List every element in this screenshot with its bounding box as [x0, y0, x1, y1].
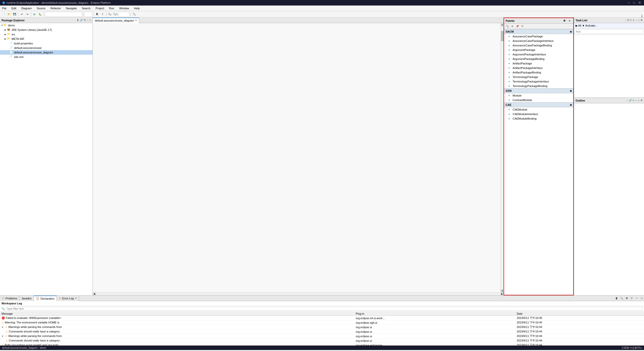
close-button[interactable]: ✕: [637, 1, 642, 5]
expand-icon-3[interactable]: ▼: [2, 326, 4, 328]
debug-button[interactable]: 🐛: [38, 12, 43, 17]
menu-search[interactable]: Search: [81, 6, 92, 10]
editor-tab-close[interactable]: ✕: [135, 19, 137, 22]
palette-item-argumentpackagebinding[interactable]: ✦ ArgumentPackageBinding: [504, 57, 573, 61]
collapse-all-button[interactable]: ⬇: [77, 19, 79, 22]
palette-item-artifactpackageinterface[interactable]: ✦ ArtifactPackageInterface: [504, 66, 573, 70]
table-row[interactable]: ⚠ Commands should really have a category…: [0, 329, 644, 334]
editor-tab-diagram[interactable]: default.assurancecase_diagram ✕: [93, 18, 139, 23]
tree-item-build-properties[interactable]: 📄 build.properties: [0, 41, 93, 46]
menu-refactor[interactable]: Refactor: [49, 6, 62, 10]
tasklist-activate-label[interactable]: ▶ All ▼ Activate...: [576, 24, 597, 27]
scroll-thumb[interactable]: [501, 31, 504, 41]
outline-close-button[interactable]: ✕: [640, 99, 642, 102]
table-row[interactable]: ▼ ⚠ Warnings while parsing the commands …: [0, 334, 644, 338]
tasklist-filter-button[interactable]: ▽: [627, 19, 629, 22]
menu-window[interactable]: Window: [118, 6, 130, 10]
table-row[interactable]: ⚠ Commands should really have a category…: [0, 338, 644, 343]
tasklist-maximize-button[interactable]: □: [638, 19, 639, 22]
scroll-left-button[interactable]: ◀: [93, 293, 96, 296]
run-button[interactable]: ▶: [32, 12, 37, 17]
palette-item-terminologypackagebinding[interactable]: ✦ TerminologyPackageBinding: [504, 84, 573, 88]
palette-settings-button[interactable]: ⚙: [562, 19, 567, 23]
zoom-level-input[interactable]: 100%: [118, 12, 129, 17]
tab-javadoc[interactable]: Javadoc: [19, 296, 34, 301]
tasklist-menu-button[interactable]: ≡: [630, 19, 632, 22]
search-button[interactable]: 🔍: [132, 12, 137, 17]
tree-item-meta-inf[interactable]: ▶ 📁 META-INF: [0, 37, 93, 41]
filter-input[interactable]: [6, 307, 642, 311]
editor-horizontal-scroll[interactable]: ◀ ▶: [93, 292, 504, 295]
bottom-clear-button[interactable]: 🗑: [614, 296, 619, 301]
table-row[interactable]: ⚠ Both 'org.eclipse.acme.model' and 'org…: [0, 343, 644, 346]
palette-section-gsn[interactable]: GSN ⊕: [504, 88, 573, 93]
palette-collapse-button[interactable]: »: [567, 19, 572, 23]
tasklist-new-button[interactable]: +: [633, 19, 634, 22]
palette-item-assurancecasepackagebinding[interactable]: ✦ AssuranceCasePackageBinding: [504, 43, 573, 48]
outline-maximize-button[interactable]: □: [638, 99, 639, 102]
zoom-in-button[interactable]: 🔍+: [113, 12, 118, 17]
scroll-up-button[interactable]: ▲: [501, 23, 504, 26]
outline-link-button[interactable]: 🔗: [629, 99, 632, 102]
palette-section-cae[interactable]: CAE ⊕: [504, 102, 573, 107]
minimize-button[interactable]: ─: [626, 1, 631, 5]
editor-canvas[interactable]: [93, 23, 501, 292]
palette-item-contractmodule[interactable]: ✦ ContractModule: [504, 98, 573, 102]
link-editor-button[interactable]: 🔗: [80, 19, 83, 22]
tab-error-log[interactable]: ⚠ Error Log ✕: [57, 296, 79, 301]
minimize-panel-button[interactable]: ─: [87, 19, 89, 22]
open-button[interactable]: 📂: [7, 12, 12, 17]
menu-navigate[interactable]: Navigate: [65, 6, 78, 10]
tab-problems[interactable]: ⚠ Problems: [0, 296, 19, 301]
redo-button[interactable]: ↪: [25, 12, 30, 17]
maximize-button[interactable]: □: [632, 1, 636, 5]
view-menu-button[interactable]: ▽: [84, 19, 86, 22]
tasklist-sort-button[interactable]: ↕: [625, 19, 626, 22]
palette-search-button[interactable]: 🔍: [505, 24, 510, 29]
palette-item-assurancecasepackageinterface[interactable]: ✦ AssuranceCasePackageInterface: [504, 39, 573, 43]
font-size-input[interactable]: 9: [84, 12, 92, 17]
bottom-filter-button[interactable]: 🔍: [619, 296, 624, 301]
help-icon[interactable]: ℹ: [641, 18, 642, 18]
bottom-minimize-button[interactable]: ─: [634, 296, 639, 301]
scroll-right-button[interactable]: ▶: [501, 293, 504, 296]
palette-item-caemodelebinding[interactable]: ✦ CAEModuleBinding: [504, 116, 573, 121]
tree-item-src[interactable]: ▶ 📁 src: [0, 32, 93, 37]
palette-item-caemoduleinterface[interactable]: ✦ CAEModuleInterface: [504, 112, 573, 116]
palette-item-artifactpackage[interactable]: ✦ ArtifactPackage: [504, 61, 573, 66]
table-row[interactable]: 🔴 Failed to evaluate: WithExpression (va…: [0, 316, 644, 320]
tree-item-assurancecase[interactable]: 📄 default.assurancecase: [0, 46, 93, 50]
expand-icon-5[interactable]: ▼: [2, 335, 4, 337]
palette-settings2-button[interactable]: ▽: [520, 24, 525, 29]
tasklist-search-input[interactable]: [575, 29, 643, 34]
menu-file[interactable]: File: [1, 6, 8, 10]
palette-pin-button[interactable]: 📌: [515, 24, 520, 29]
tasklist-close-button[interactable]: ✕: [640, 19, 642, 22]
scroll-down-button[interactable]: ▼: [501, 289, 504, 292]
outline-sort-button[interactable]: ↕: [626, 99, 628, 102]
palette-item-artifactpackagebinding[interactable]: ✦ ArtifactPackageBinding: [504, 70, 573, 75]
palette-item-caemodule[interactable]: ✦ CAEModule: [504, 107, 573, 112]
bold-button[interactable]: B: [95, 12, 100, 17]
tree-item-demo[interactable]: ▼ 📁 demo: [0, 23, 93, 28]
palette-item-argumentpackageinterface[interactable]: ✦ ArgumentPackageInterface: [504, 52, 573, 57]
table-row[interactable]: ▼ ⚠ Warnings while parsing the commands …: [0, 325, 644, 329]
menu-diagram[interactable]: Diagram: [20, 6, 33, 10]
menu-source[interactable]: Source: [36, 6, 46, 10]
menu-help[interactable]: Help: [133, 6, 141, 10]
tree-item-site-xml[interactable]: 📄 site.xml: [0, 55, 93, 59]
palette-section-sacm[interactable]: SACM ⊕: [504, 29, 573, 34]
italic-button[interactable]: I: [100, 12, 105, 17]
palette-item-argumentpackage[interactable]: ✦ ArgumentPackage: [504, 48, 573, 52]
save-button[interactable]: 💾: [12, 12, 17, 17]
tab-declaration[interactable]: 📋 Declaration: [34, 296, 57, 301]
zoom-out-button[interactable]: 🔍-: [107, 12, 112, 17]
palette-item-module[interactable]: ✦ Module: [504, 93, 573, 98]
tasklist-minimize-button[interactable]: ─: [635, 19, 637, 22]
font-name-input[interactable]: Tahoma: [45, 12, 82, 17]
tab-error-log-close[interactable]: ✕: [75, 297, 77, 300]
menu-edit[interactable]: Edit: [11, 6, 17, 10]
tree-item-jre[interactable]: ▶ 📦 JRE System Library [JavaSE-17]: [0, 28, 93, 32]
maximize-panel-button[interactable]: □: [90, 19, 91, 22]
new-button[interactable]: 📄: [1, 12, 6, 17]
